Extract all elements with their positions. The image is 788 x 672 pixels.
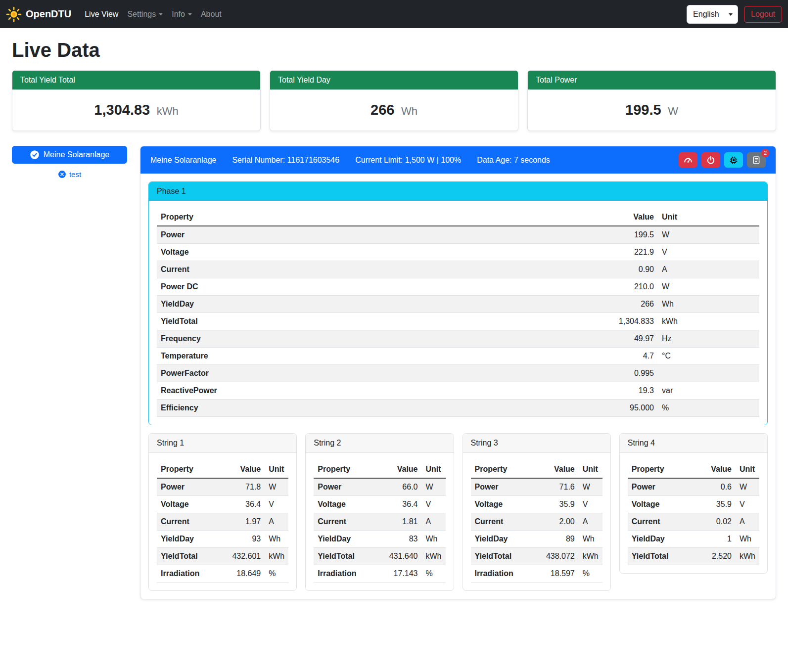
property-cell: Voltage [157,496,217,513]
property-cell: Temperature [157,348,457,365]
table-row: Voltage36.4V [157,496,288,513]
x-circle-icon [58,170,66,179]
inverter-select-label: Meine Solaranlage [44,150,109,159]
value-header: Value [217,461,265,478]
power-settings-button[interactable] [701,152,720,168]
card-unit: W [668,105,678,117]
table-row: Power0.6W [628,478,759,496]
string-body: Property Value Unit Power0.6WVoltage35.9… [620,453,767,573]
unit-cell: V [422,496,446,513]
value-cell: 221.9 [457,244,658,261]
value-cell: 0.90 [457,261,658,278]
card-title: Total Yield Day [270,71,518,90]
card-unit: Wh [401,105,417,117]
property-cell: Power [628,478,694,496]
inverter-select-button[interactable]: Meine Solaranlage [12,146,127,164]
value-cell: 2.00 [531,513,579,531]
brand[interactable]: OpenDTU [6,6,71,22]
property-cell: Power [157,478,217,496]
unit-cell: A [658,261,759,278]
value-cell: 17.143 [374,565,422,582]
table-row: YieldDay1Wh [628,531,759,548]
property-cell: YieldDay [471,531,531,548]
unit-cell: A [422,513,446,531]
value-cell: 0.995 [457,365,658,382]
string-body: Property Value Unit Power71.8WVoltage36.… [149,453,296,590]
unit-cell [658,365,759,382]
property-cell: Voltage [157,244,457,261]
table-row: Current1.97A [157,513,288,531]
unit-cell: W [658,226,759,244]
property-cell: Power [157,226,457,244]
unit-cell: A [736,513,759,531]
nav-live-view[interactable]: Live View [80,6,123,23]
nav-info[interactable]: Info [167,6,196,23]
property-cell: Power DC [157,278,457,296]
event-log-button[interactable]: 2 [747,152,766,168]
unit-cell: % [658,400,759,417]
value-cell: 0.6 [694,478,736,496]
card-body: 1,304.83 kWh [12,90,260,131]
unit-cell: kWh [265,548,288,565]
language-select[interactable]: English [687,5,738,24]
table-row: YieldTotal438.072kWh [471,548,603,565]
table-row: YieldTotal432.601kWh [157,548,288,565]
table-row: Current0.90A [157,261,759,278]
property-cell: Voltage [471,496,531,513]
table-row: YieldDay266Wh [157,296,759,313]
string-table: Property Value Unit Power0.6WVoltage35.9… [628,461,759,565]
unit-cell: % [422,565,446,582]
unit-cell: W [736,478,759,496]
value-cell: 83 [374,531,422,548]
value-header: Value [374,461,422,478]
value-cell: 35.9 [531,496,579,513]
unit-header: Unit [422,461,446,478]
sidebar-item-test[interactable]: test [12,170,127,179]
nav-info-label: Info [172,10,185,19]
caret-down-icon [159,13,163,15]
value-cell: 1.97 [217,513,265,531]
page-title: Live Data [12,39,776,61]
value-cell: 19.3 [457,382,658,400]
property-cell: Efficiency [157,400,457,417]
card-body: 199.5 W [528,90,776,131]
property-cell: YieldTotal [157,313,457,330]
unit-cell: V [658,244,759,261]
table-row: YieldDay89Wh [471,531,603,548]
value-cell: 49.97 [457,330,658,348]
property-cell: Current [628,513,694,531]
property-cell: Power [471,478,531,496]
property-cell: Power [314,478,374,496]
table-row: Efficiency95.000% [157,400,759,417]
navbar-right: English Logout [687,5,782,24]
value-cell: 438.072 [531,548,579,565]
property-cell: Current [471,513,531,531]
nav-about[interactable]: About [196,6,226,23]
sun-logo-icon [6,6,22,22]
device-info-button[interactable] [724,152,743,168]
main-content: Live Data Total Yield Total 1,304.83 kWh… [0,39,788,611]
main-row: Meine Solaranlage test Meine Solaranlage… [12,146,776,599]
property-cell: Frequency [157,330,457,348]
property-cell: Irradiation [157,565,217,582]
logout-button[interactable]: Logout [744,6,782,23]
table-row: ReactivePower19.3var [157,382,759,400]
property-cell: ReactivePower [157,382,457,400]
summary-cards: Total Yield Total 1,304.83 kWh Total Yie… [12,70,776,131]
property-cell: Current [157,513,217,531]
value-cell: 36.4 [217,496,265,513]
unit-cell: Hz [658,330,759,348]
unit-cell: A [265,513,288,531]
value-cell: 95.000 [457,400,658,417]
value-cell: 36.4 [374,496,422,513]
total-power-card: Total Power 199.5 W [527,70,776,131]
value-cell: 1,304.833 [457,313,658,330]
string-title: String 3 [463,434,610,453]
property-cell: YieldTotal [471,548,531,565]
table-row: Irradiation18.597% [471,565,603,582]
unit-cell: kWh [422,548,446,565]
table-row: Power71.8W [157,478,288,496]
limit-settings-button[interactable] [679,152,697,168]
nav-settings[interactable]: Settings [123,6,167,23]
property-cell: Voltage [314,496,374,513]
